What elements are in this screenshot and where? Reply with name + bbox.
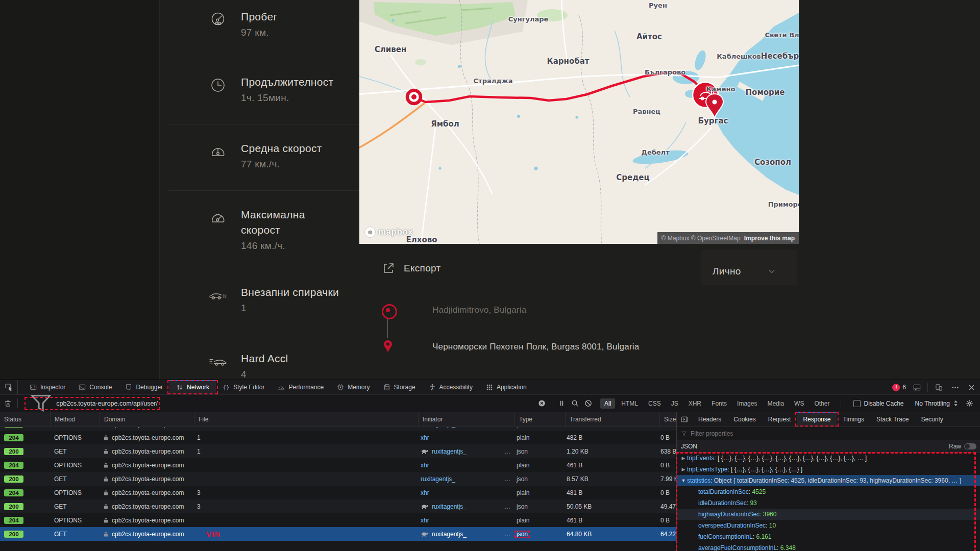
trip-stat-item: Внезапни спирачки1 xyxy=(208,285,374,315)
trip-map[interactable]: СливенСунгулареРуенАйтосСвети ВлКаблешко… xyxy=(359,0,799,244)
column-header-status[interactable]: Status xyxy=(0,412,50,427)
privacy-dropdown[interactable]: Лично xyxy=(713,266,776,277)
json-tree-row[interactable]: ▼statistics: Object { totalDurationInSec… xyxy=(677,475,980,486)
tab-memory[interactable]: Memory xyxy=(330,380,376,394)
tab-performance[interactable]: Performance xyxy=(271,380,330,394)
column-header-domain[interactable]: Domain xyxy=(100,412,194,427)
raw-toggle-switch[interactable] xyxy=(964,443,976,449)
improve-map-link[interactable]: Improve this map xyxy=(744,235,795,242)
network-request-row[interactable]: 200GETcpb2cs.toyota-europe.comruxitagent… xyxy=(0,427,676,431)
throttling-value: No Throttling xyxy=(915,400,950,407)
json-tree-row[interactable]: overspeedDurationInSec: 10 xyxy=(677,520,980,531)
status-badge: 204 xyxy=(4,462,23,469)
tab-storage[interactable]: Storage xyxy=(377,380,422,394)
chevron-collapsed-icon[interactable]: ▶ xyxy=(680,456,687,461)
tab-network[interactable]: Network xyxy=(169,380,216,394)
tab-accessibility[interactable]: Accessibility xyxy=(422,380,479,394)
pick-element-button[interactable] xyxy=(0,380,18,394)
network-request-row[interactable]: 200GETcpb2cs.toyota-europe.com1ruxitagen… xyxy=(0,444,676,458)
filter-properties-input[interactable]: Filter properties xyxy=(677,427,980,440)
meatball-menu-button[interactable] xyxy=(949,382,961,393)
method-cell: OPTIONS xyxy=(50,513,99,527)
initiator-link[interactable]: ruxitagentjs_ xyxy=(432,448,467,455)
json-tree-row[interactable]: averageFuelConsumptionInL: 6.348 xyxy=(677,542,980,551)
filter-pill-js[interactable]: JS xyxy=(667,398,682,409)
filter-pill-images[interactable]: Images xyxy=(733,398,761,409)
details-tab-request[interactable]: Request xyxy=(762,412,797,427)
filter-pill-media[interactable]: Media xyxy=(763,398,788,409)
network-request-row[interactable]: 204OPTIONScpb2cs.toyota-europe.com1xhrpl… xyxy=(0,431,676,444)
initiator-link[interactable]: ruxitagentjs_ xyxy=(432,503,467,510)
json-tree-row[interactable]: totalDurationInSec: 4525 xyxy=(677,486,980,497)
disable-cache-checkbox[interactable]: Disable Cache xyxy=(853,400,903,407)
network-request-row[interactable]: 200GETcpb2cs.toyota-europe.comruxitagent… xyxy=(0,472,676,486)
split-console-button[interactable] xyxy=(911,382,922,393)
filter-pill-html[interactable]: HTML xyxy=(617,398,642,409)
tab-label: Memory xyxy=(348,384,370,391)
details-panel-icon[interactable] xyxy=(677,412,692,427)
network-request-row[interactable]: 200GETcpb2cs.toyota-europe.com3ruxitagen… xyxy=(0,499,676,513)
throttling-select[interactable]: No Throttling xyxy=(915,400,959,407)
search-button[interactable] xyxy=(570,398,581,409)
initiator-link[interactable]: ruxitagentjs_ xyxy=(432,531,467,538)
initiator-link[interactable]: xhr xyxy=(421,434,429,441)
json-tree-row[interactable]: highwayDurationInSec: 3960 xyxy=(677,509,980,520)
method-cell: OPTIONS xyxy=(50,431,99,444)
tab-console[interactable]: Console xyxy=(72,380,118,394)
raw-toggle[interactable]: Raw xyxy=(949,443,976,450)
network-request-row[interactable]: 204OPTIONScpb2cs.toyota-europe.com3xhrpl… xyxy=(0,486,676,499)
column-header-size[interactable]: Size xyxy=(659,412,676,427)
column-header-method[interactable]: Method xyxy=(50,412,100,427)
stat-separator xyxy=(168,58,362,58)
filter-urls-input[interactable]: cpb2cs.toyota-europe.com/api/user/ xyxy=(27,397,158,410)
initiator-link[interactable]: ruxitagentjs_ xyxy=(421,427,455,428)
details-tab-headers[interactable]: Headers xyxy=(692,412,727,427)
details-tab-cookies[interactable]: Cookies xyxy=(727,412,762,427)
network-request-row[interactable]: 204OPTIONScpb2cs.toyota-europe.comxhrpla… xyxy=(0,513,676,527)
network-request-row[interactable]: 204OPTIONScpb2cs.toyota-europe.comxhrpla… xyxy=(0,458,676,472)
column-header-transferred[interactable]: Transferred xyxy=(565,412,659,427)
block-request-button[interactable] xyxy=(583,398,594,409)
details-tab-timings[interactable]: Timings xyxy=(837,412,870,427)
initiator-link[interactable]: xhr xyxy=(421,517,429,524)
network-settings-gear-icon[interactable] xyxy=(964,398,975,409)
json-tree-row[interactable]: ▶tripEvents: [ {…}, {…}, {…}, {…}, {…}, … xyxy=(677,453,980,464)
filter-pill-xhr[interactable]: XHR xyxy=(684,398,705,409)
column-header-file[interactable]: File xyxy=(194,412,418,427)
pause-traffic-button[interactable] xyxy=(556,398,568,409)
filter-pill-css[interactable]: CSS xyxy=(644,398,665,409)
mapbox-logo[interactable]: ⊛ mapbox xyxy=(364,227,413,238)
details-tab-stack-trace[interactable]: Stack Trace xyxy=(870,412,915,427)
filter-pill-fonts[interactable]: Fonts xyxy=(707,398,731,409)
map-copyright[interactable]: © Mapbox © OpenStreetMap xyxy=(662,235,741,242)
details-tab-response[interactable]: Response xyxy=(797,412,837,427)
tab-application[interactable]: Application xyxy=(479,380,533,394)
clear-filter-button[interactable] xyxy=(536,398,548,409)
json-tree-row[interactable]: fuelConsumptionInL: 6.161 xyxy=(677,531,980,542)
tab-style-editor[interactable]: {}Style Editor xyxy=(216,380,271,394)
initiator-link[interactable]: ruxitagentjs_ xyxy=(421,475,455,483)
initiator-link[interactable]: xhr xyxy=(421,462,429,469)
chevron-collapsed-icon[interactable]: ▶ xyxy=(680,467,687,472)
error-badge[interactable]: ! 6 xyxy=(892,384,906,391)
method-cell: GET xyxy=(50,427,99,431)
responsive-mode-button[interactable] xyxy=(933,382,944,393)
filter-pill-other[interactable]: Other xyxy=(810,398,834,409)
tab-debugger[interactable]: Debugger xyxy=(118,380,169,394)
export-button[interactable]: Експорт xyxy=(382,262,441,274)
clear-requests-button[interactable] xyxy=(2,398,13,409)
chevron-expanded-icon[interactable]: ▼ xyxy=(680,478,687,483)
filter-pill-all[interactable]: All xyxy=(600,398,615,409)
json-tree-row[interactable]: idleDurationInSec: 93 xyxy=(677,497,980,509)
network-request-row[interactable]: 200GETcpb2cs.toyota-europe.comVINruxitag… xyxy=(0,527,676,541)
size-cell: 638 B xyxy=(656,444,676,458)
close-devtools-button[interactable] xyxy=(966,382,977,393)
initiator-link[interactable]: xhr xyxy=(421,489,429,496)
column-header-type[interactable]: Type xyxy=(514,412,565,427)
json-tree-row[interactable]: ▶tripEventsType: [ {…}, {…}, {…}, {…}, {… xyxy=(677,464,980,475)
details-tab-security[interactable]: Security xyxy=(915,412,949,427)
filter-pill-ws[interactable]: WS xyxy=(790,398,808,409)
column-header-initiator[interactable]: Initiator xyxy=(418,412,514,427)
details-tabs: HeadersCookiesRequestResponseTimingsStac… xyxy=(677,412,980,427)
json-colon: : xyxy=(747,499,750,507)
